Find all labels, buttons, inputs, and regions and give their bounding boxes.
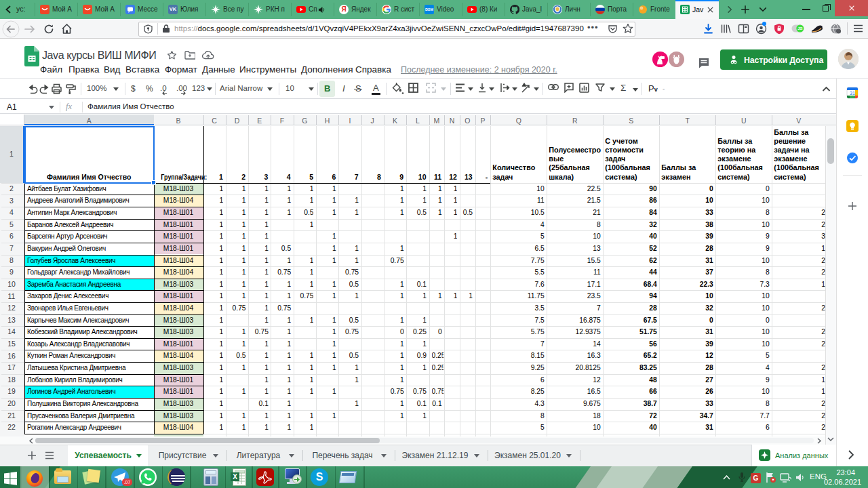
svg-text:JS: JS xyxy=(797,26,802,30)
svg-text:31: 31 xyxy=(850,91,855,96)
